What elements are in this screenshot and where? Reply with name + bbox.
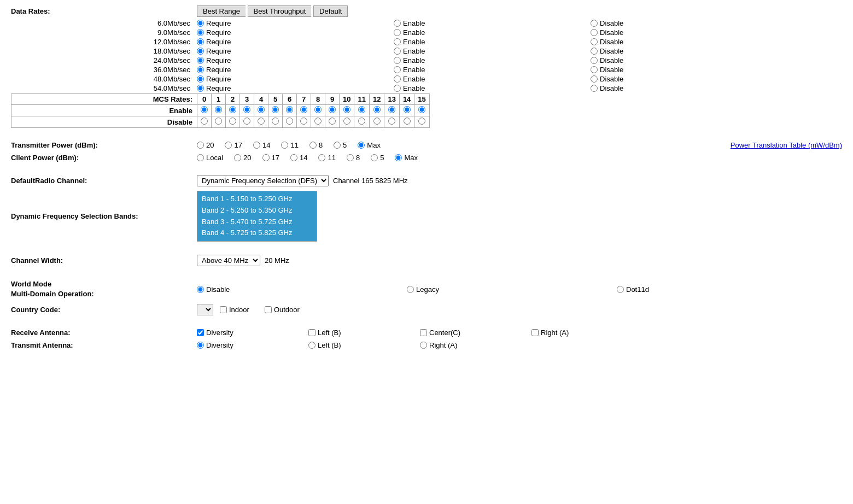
mcs-radio-0-1[interactable] [215, 106, 222, 113]
rx-antenna-input-2[interactable] [420, 329, 427, 336]
tx-power-option-5[interactable]: 5 [334, 141, 347, 149]
mcs-cell-1-0[interactable] [197, 116, 212, 128]
mcs-cell-1-4[interactable] [254, 116, 268, 128]
rate-require-0[interactable]: Require [197, 19, 394, 27]
client-power-option-6[interactable]: 5 [371, 154, 384, 162]
mcs-cell-0-13[interactable] [384, 105, 399, 116]
disable-radio-0[interactable] [591, 20, 598, 27]
disable-radio-4[interactable] [591, 57, 598, 64]
rate-disable-3[interactable]: Disable [591, 47, 787, 55]
require-radio-2[interactable] [197, 38, 204, 45]
enable-radio-5[interactable] [394, 66, 401, 73]
mcs-radio-0-11[interactable] [358, 106, 365, 113]
tx-power-option-4[interactable]: 8 [309, 141, 323, 149]
rate-require-6[interactable]: Require [197, 75, 394, 83]
tx-antenna-radio-0[interactable] [197, 342, 204, 349]
rate-disable-6[interactable]: Disable [591, 75, 787, 83]
tx-power-option-6[interactable]: Max [358, 141, 381, 149]
rx-antenna-option-3[interactable]: Right (A) [531, 329, 619, 337]
disable-radio-5[interactable] [591, 66, 598, 73]
mcs-cell-0-10[interactable] [340, 105, 354, 116]
mcs-radio-0-10[interactable] [343, 106, 350, 113]
mcs-cell-1-2[interactable] [226, 116, 240, 128]
mcs-cell-1-14[interactable] [399, 116, 414, 128]
mcs-cell-1-6[interactable] [283, 116, 297, 128]
outdoor-checkbox[interactable] [265, 306, 272, 313]
client-power-radio-4[interactable] [318, 154, 325, 161]
rate-disable-2[interactable]: Disable [591, 38, 787, 46]
require-radio-1[interactable] [197, 29, 204, 36]
rate-require-1[interactable]: Require [197, 28, 394, 37]
client-power-radio-2[interactable] [262, 154, 270, 161]
rx-antenna-option-2[interactable]: Center(C) [420, 329, 518, 337]
mcs-radio-1-2[interactable] [229, 118, 236, 125]
best-throughput-button[interactable]: Best Throughput [248, 5, 312, 17]
tx-antenna-option-2[interactable]: Right (A) [420, 341, 507, 349]
mcs-radio-1-12[interactable] [373, 118, 381, 125]
rate-disable-1[interactable]: Disable [591, 28, 787, 37]
mcs-cell-1-12[interactable] [369, 116, 384, 128]
disable-radio-1[interactable] [591, 29, 598, 36]
mcs-radio-1-4[interactable] [258, 118, 265, 125]
require-radio-5[interactable] [197, 66, 204, 73]
rate-disable-0[interactable]: Disable [591, 19, 787, 27]
mcs-cell-1-11[interactable] [354, 116, 369, 128]
world-mode-radio-0[interactable] [197, 286, 204, 293]
tx-power-option-2[interactable]: 14 [253, 141, 270, 149]
enable-radio-7[interactable] [394, 85, 401, 92]
rate-require-3[interactable]: Require [197, 47, 394, 55]
mcs-cell-0-6[interactable] [283, 105, 297, 116]
client-power-radio-6[interactable] [371, 154, 378, 161]
mcs-radio-0-5[interactable] [272, 106, 279, 113]
require-radio-3[interactable] [197, 48, 204, 55]
tx-power-option-1[interactable]: 17 [225, 141, 242, 149]
client-power-radio-0[interactable] [197, 154, 204, 161]
mcs-cell-0-12[interactable] [369, 105, 384, 116]
world-mode-radio-2[interactable] [617, 286, 624, 293]
rate-require-5[interactable]: Require [197, 66, 394, 74]
rate-enable-1[interactable]: Enable [394, 28, 591, 37]
rate-enable-5[interactable]: Enable [394, 66, 591, 74]
world-mode-radio-1[interactable] [407, 286, 414, 293]
default-button[interactable]: Default [313, 5, 348, 17]
mcs-radio-0-3[interactable] [243, 106, 250, 113]
tx-power-radio-2[interactable] [253, 142, 260, 149]
power-translation-link[interactable]: Power Translation Table (mW/dBm) [731, 141, 842, 149]
mcs-radio-1-13[interactable] [388, 118, 395, 125]
enable-radio-3[interactable] [394, 48, 401, 55]
indoor-option[interactable]: Indoor [220, 306, 249, 314]
mcs-radio-1-10[interactable] [343, 118, 350, 125]
mcs-cell-0-4[interactable] [254, 105, 268, 116]
client-power-radio-3[interactable] [290, 154, 297, 161]
mcs-radio-0-14[interactable] [404, 106, 411, 113]
mcs-cell-0-14[interactable] [399, 105, 414, 116]
mcs-cell-1-7[interactable] [297, 116, 311, 128]
disable-radio-3[interactable] [591, 48, 598, 55]
tx-antenna-radio-2[interactable] [420, 342, 427, 349]
mcs-cell-1-15[interactable] [414, 116, 429, 128]
rate-enable-0[interactable]: Enable [394, 19, 591, 27]
mcs-cell-0-3[interactable] [240, 105, 254, 116]
enable-radio-6[interactable] [394, 75, 401, 83]
require-radio-4[interactable] [197, 57, 204, 64]
mcs-radio-0-6[interactable] [286, 106, 293, 113]
mcs-radio-0-13[interactable] [388, 106, 395, 113]
tx-power-radio-6[interactable] [358, 142, 365, 149]
mcs-radio-1-1[interactable] [215, 118, 222, 125]
client-power-option-3[interactable]: 14 [290, 154, 307, 162]
rate-enable-4[interactable]: Enable [394, 56, 591, 65]
mcs-cell-1-3[interactable] [240, 116, 254, 128]
mcs-radio-1-5[interactable] [272, 118, 279, 125]
mcs-cell-0-5[interactable] [268, 105, 283, 116]
rate-enable-2[interactable]: Enable [394, 38, 591, 46]
mcs-cell-0-8[interactable] [311, 105, 325, 116]
mcs-radio-1-11[interactable] [358, 118, 365, 125]
mcs-cell-0-9[interactable] [325, 105, 340, 116]
tx-antenna-option-1[interactable]: Left (B) [308, 341, 407, 349]
client-power-radio-7[interactable] [395, 154, 402, 161]
rx-antenna-input-0[interactable] [197, 329, 204, 336]
rate-enable-3[interactable]: Enable [394, 47, 591, 55]
tx-power-option-0[interactable]: 20 [197, 141, 214, 149]
mcs-radio-1-7[interactable] [300, 118, 307, 125]
mcs-radio-0-7[interactable] [300, 106, 307, 113]
